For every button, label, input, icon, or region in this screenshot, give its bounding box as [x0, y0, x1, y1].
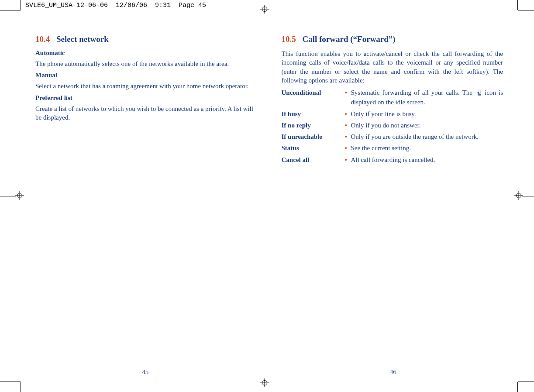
option-row: If busy • Only if your line is busy. [282, 110, 503, 118]
crop-mark [0, 382, 21, 382]
bullet-icon: • [345, 88, 351, 97]
page-right: 10.5 Call forward (“Forward”) This funct… [269, 12, 517, 380]
subheading-automatic: Automatic [35, 49, 255, 57]
option-term: If unreachable [282, 132, 345, 141]
section-heading-10-4: 10.4 Select network [35, 34, 255, 44]
bullet-icon: • [345, 155, 351, 164]
page-spread: 10.4 Select network Automatic The phone … [21, 12, 517, 380]
subheading-manual: Manual [35, 72, 255, 79]
option-term: Status [282, 144, 345, 152]
option-row: Cancel all • All call forwarding is canc… [282, 155, 503, 164]
option-desc: Only if your line is busy. [351, 110, 503, 118]
option-row: Status • See the current setting. [282, 144, 503, 152]
option-row: If unreachable • Only if you are outside… [282, 132, 503, 141]
crop-mark [21, 0, 21, 10]
print-slug: SVLE6_UM_USA-12-06-06 12/06/06 9:31 Page… [25, 2, 206, 9]
crop-mark [518, 382, 534, 382]
crop-mark [517, 382, 518, 392]
bullet-icon: • [345, 132, 351, 141]
crop-mark [0, 10, 21, 10]
option-row: If no reply • Only if you do not answer. [282, 121, 503, 130]
option-term: Cancel all [282, 155, 345, 164]
bullet-icon: • [345, 121, 351, 130]
paragraph-intro: This function enables you to activate/ca… [282, 49, 503, 85]
crop-mark [21, 382, 21, 392]
section-number: 10.5 [282, 34, 296, 44]
option-desc: All call forwarding is cancelled. [351, 155, 503, 164]
paragraph-automatic: The phone automatically selects one of t… [35, 59, 255, 68]
option-term: If no reply [282, 121, 345, 130]
paragraph-preferred: Create a list of networks to which you w… [35, 104, 255, 122]
bullet-icon: • [345, 110, 351, 118]
section-title: Select network [56, 34, 109, 44]
option-desc: Systematic forwarding of all your calls.… [351, 88, 503, 107]
option-desc: Only if you are outside the range of the… [351, 132, 503, 141]
options-list: Unconditional • Systematic forwarding of… [282, 88, 503, 164]
option-desc: See the current setting. [351, 144, 503, 152]
page-left: 10.4 Select network Automatic The phone … [21, 12, 269, 380]
crop-mark [518, 10, 534, 10]
option-term: Unconditional [282, 88, 345, 97]
section-title: Call forward (“Forward”) [303, 34, 396, 44]
option-term: If busy [282, 110, 345, 118]
crop-mark [517, 0, 518, 10]
subheading-preferred: Preferred list [35, 94, 255, 102]
paragraph-manual: Select a network that has a roaming agre… [35, 82, 255, 90]
option-desc-text: Systematic forwarding of all your calls.… [351, 89, 475, 96]
section-number: 10.4 [35, 34, 50, 44]
bullet-icon: • [345, 144, 351, 152]
section-heading-10-5: 10.5 Call forward (“Forward”) [282, 34, 503, 44]
page-number-left: 45 [142, 368, 148, 376]
option-row: Unconditional • Systematic forwarding of… [282, 88, 503, 107]
page-number-right: 46 [390, 368, 396, 376]
crop-mark [0, 196, 16, 196]
option-desc: Only if you do not answer. [351, 121, 503, 130]
crop-mark [522, 196, 534, 196]
call-forward-icon [476, 89, 482, 98]
